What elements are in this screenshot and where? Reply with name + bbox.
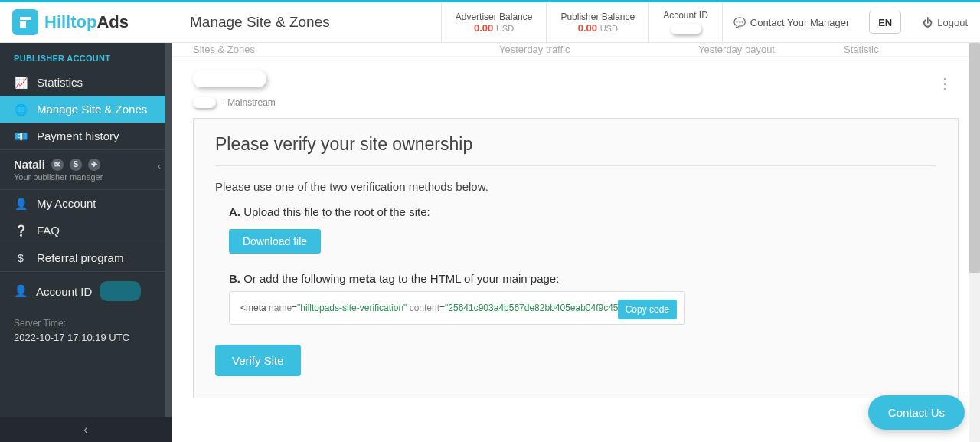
sidebar: PUBLISHER ACCOUNT 📈 Statistics 🌐 Manage … bbox=[0, 43, 172, 442]
logo[interactable]: HilltopAds bbox=[0, 9, 172, 35]
sidebar-item-my-account[interactable]: 👤 My Account bbox=[0, 190, 172, 217]
publisher-balance: Publisher Balance 0.00 USD bbox=[546, 2, 648, 42]
site-id-redacted bbox=[193, 97, 216, 108]
user-icon: 👤 bbox=[14, 198, 28, 210]
account-id-redacted bbox=[671, 24, 701, 34]
sidebar-item-referral[interactable]: $ Referral program bbox=[0, 244, 172, 271]
chevron-left-icon: ‹ bbox=[158, 161, 161, 172]
telegram-icon[interactable]: ✈ bbox=[88, 159, 100, 171]
method-b: B. Or add the following meta tag to the … bbox=[229, 272, 936, 285]
skype-icon[interactable]: S bbox=[70, 159, 82, 171]
meta-tag-code: <meta name="hilltopads-site-verification… bbox=[229, 291, 685, 325]
verify-site-button[interactable]: Verify Site bbox=[215, 345, 301, 376]
page-title: Manage Site & Zones bbox=[172, 14, 330, 31]
header-account-id: Account ID bbox=[648, 2, 722, 42]
sidebar-item-manage-site[interactable]: 🌐 Manage Site & Zones bbox=[0, 96, 172, 123]
page-scrollbar[interactable] bbox=[969, 43, 980, 442]
mail-icon[interactable]: ✉ bbox=[51, 159, 64, 171]
logout-button[interactable]: ⏻ Logout bbox=[910, 2, 980, 42]
dollar-icon: $ bbox=[14, 252, 28, 264]
money-icon: 💶 bbox=[14, 130, 28, 142]
site-name-redacted bbox=[193, 70, 266, 87]
language-selector[interactable]: EN bbox=[869, 11, 901, 34]
panel-heading: Please verify your site ownership bbox=[215, 134, 936, 166]
sidebar-item-statistics[interactable]: 📈 Statistics bbox=[0, 69, 172, 96]
logo-text: HilltopAds bbox=[44, 12, 129, 32]
sidebar-item-faq[interactable]: ❔ FAQ bbox=[0, 217, 172, 244]
contact-us-fab[interactable]: Contact Us bbox=[868, 395, 965, 430]
manager-block[interactable]: Natali ✉ S ✈ Your publisher manager ‹ bbox=[0, 150, 172, 189]
globe-icon: 🌐 bbox=[14, 103, 28, 116]
kebab-menu-icon[interactable]: ⋮ bbox=[938, 75, 951, 92]
server-time: Server Time: 2022-10-17 17:10:19 UTC bbox=[0, 310, 172, 351]
sidebar-scrollbar[interactable] bbox=[165, 43, 172, 417]
chat-icon: 💬 bbox=[733, 17, 746, 28]
logo-icon bbox=[12, 9, 38, 35]
user-icon: 👤 bbox=[14, 284, 28, 298]
site-header: · Mainstream ⋮ bbox=[172, 57, 980, 113]
panel-intro: Please use one of the two verification m… bbox=[215, 180, 936, 193]
main-content: Sites & Zones Yesterday traffic Yesterda… bbox=[172, 43, 980, 442]
question-icon: ❔ bbox=[14, 224, 28, 237]
sidebar-section-label: PUBLISHER ACCOUNT bbox=[0, 43, 172, 69]
download-file-button[interactable]: Download file bbox=[229, 229, 321, 254]
account-id-redacted bbox=[100, 281, 141, 301]
method-a: A. Upload this file to the root of the s… bbox=[229, 205, 936, 218]
contact-manager-link[interactable]: 💬 Contact Your Manager bbox=[722, 2, 860, 42]
top-bar: HilltopAds Manage Site & Zones Advertise… bbox=[0, 0, 980, 43]
sidebar-account-id: 👤 Account ID bbox=[0, 272, 172, 310]
chevron-left-icon: ‹ bbox=[83, 423, 87, 437]
verify-panel: Please verify your site ownership Please… bbox=[193, 118, 959, 398]
advertiser-balance: Advertiser Balance 0.00 USD bbox=[441, 2, 547, 42]
column-headers: Sites & Zones Yesterday traffic Yesterda… bbox=[172, 43, 980, 57]
chart-line-icon: 📈 bbox=[14, 77, 28, 89]
sidebar-item-payment-history[interactable]: 💶 Payment history bbox=[0, 123, 172, 149]
power-icon: ⏻ bbox=[923, 17, 933, 28]
sidebar-collapse[interactable]: ‹ bbox=[0, 417, 172, 442]
copy-code-button[interactable]: Copy code bbox=[618, 300, 677, 319]
